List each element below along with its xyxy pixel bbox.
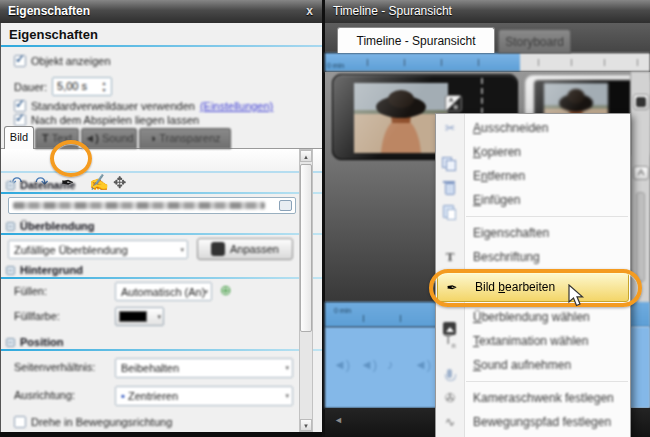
annotation-circle-pen <box>50 140 92 177</box>
annotation-box-bild-bearbeiten <box>429 269 642 307</box>
scroll-up-icon[interactable]: ▲ <box>300 150 312 162</box>
section-position[interactable]: − Position <box>1 336 322 350</box>
page-title: Eigenschaften <box>9 27 98 42</box>
menu-item-sound-aufnehmen[interactable]: Sound aufnehmen <box>436 353 630 377</box>
einstellungen-link[interactable]: (Einstellungen) <box>200 100 273 112</box>
collapse-icon[interactable]: − <box>6 338 15 347</box>
objekt-anzeigen-row: ✓ Objekt anzeigen <box>14 55 111 67</box>
menu-item-label: Entfernen <box>464 169 525 183</box>
tab-sound[interactable]: ◄)Sound <box>81 128 137 149</box>
eigenschaften-panel: Eigenschaften x Eigenschaften ✓ Objekt a… <box>0 0 322 437</box>
seitenverhaeltnis-select[interactable]: Beibehalten ▾ <box>115 358 293 378</box>
collapse-icon[interactable]: − <box>6 266 15 275</box>
mouse-cursor <box>568 284 585 309</box>
collapse-icon[interactable]: − <box>6 222 15 231</box>
tab-transparenz[interactable]: ◑Transparenz <box>139 128 231 149</box>
dauer-input[interactable]: 5,00 s ▴ ▾ <box>52 77 112 96</box>
music-note-icon: ♪ <box>387 357 394 372</box>
ueberblendung-value: Zufällige Überblendung <box>14 244 128 256</box>
menu-item-ausschneiden[interactable]: ✂Ausschneiden <box>436 116 630 140</box>
anpassen-button[interactable]: Anpassen <box>197 238 293 260</box>
app-window: Eigenschaften x Eigenschaften ✓ Objekt a… <box>0 0 650 437</box>
fuellen-select[interactable]: Automatisch (An) ▾ <box>115 282 212 301</box>
menu-item-label: Überblendung wählen <box>464 310 590 324</box>
menu-separator <box>466 381 628 382</box>
eigenschaften-titlebar[interactable]: Eigenschaften x <box>0 0 322 23</box>
menu-item-label: Beschriftung <box>464 250 540 264</box>
menu-item-eigenschaften[interactable]: Eigenschaften <box>436 221 630 245</box>
section-dateiname[interactable]: − Dateiname <box>1 179 322 193</box>
ruler-tick <box>637 59 638 66</box>
menu-item-entfernen[interactable]: Entfernen <box>436 164 630 188</box>
drehe-checkbox[interactable] <box>14 416 26 428</box>
menu-item-beschriftung[interactable]: TBeschriftung <box>436 245 630 269</box>
camera-pan-icon: ✇ <box>436 391 464 405</box>
tab-timeline-spuransicht[interactable]: Timeline - Spuransicht <box>337 27 495 53</box>
ausrichtung-value: Zentrieren <box>128 390 178 402</box>
nach-abspielen-checkbox[interactable]: ✓ <box>14 114 26 126</box>
chevron-down-icon: ▾ <box>285 392 289 400</box>
collapse-icon[interactable]: − <box>6 181 15 190</box>
dauer-label: Dauer: <box>14 81 47 93</box>
scrollbar-thumb[interactable] <box>300 164 312 332</box>
textanim-icon: T <box>436 333 464 348</box>
check-icon: ✓ <box>15 111 25 125</box>
chevron-down-icon: ▾ <box>204 288 208 296</box>
fuellen-row: Füllen: <box>14 285 47 297</box>
ruler-tick <box>404 59 405 66</box>
text-icon: T <box>436 249 464 265</box>
menu-item-label: Textanimation wählen <box>464 334 588 348</box>
menu-item-label: Bewegungspfad festlegen <box>464 415 611 429</box>
spin-down-icon[interactable]: ▾ <box>99 88 109 93</box>
transparency-icon: ◑ <box>150 132 157 144</box>
menu-item-kameraschwenk-festlegen[interactable]: ✇Kameraschwenk festlegen <box>436 386 630 410</box>
timeline-tabrow: Timeline - Spuransicht Storyboard <box>325 23 650 53</box>
menu-item-einfuegen[interactable]: Einfügen <box>436 188 630 212</box>
ruler-tick <box>400 315 401 322</box>
ueberblendung-select[interactable]: Zufällige Überblendung ▾ <box>8 240 188 259</box>
menu-item-label: Sound aufnehmen <box>464 358 571 372</box>
menu-item-kopieren[interactable]: Kopieren <box>436 140 630 164</box>
ab-transition-icon[interactable]: A B <box>445 95 462 112</box>
fuellfarbe-label: Füllfarbe: <box>14 310 60 322</box>
scroll-left-icon[interactable]: ◄ <box>334 415 343 425</box>
dateiname-input[interactable] <box>8 197 296 214</box>
speaker-icon: ◄) <box>414 357 431 372</box>
strip-scrollbar-thumb[interactable] <box>636 192 645 282</box>
fuellen-value: Automatisch (An) <box>121 286 205 298</box>
standardverweildauer-row: ✓ Standardverweildauer verwenden (Einste… <box>14 100 273 112</box>
menu-item-bewegungspfad-festlegen[interactable]: ∿Bewegungspfad festlegen <box>436 410 630 434</box>
transition-button[interactable] <box>633 94 649 110</box>
section-ueberblendung[interactable]: − Überblendung <box>1 220 322 234</box>
timeline-ruler[interactable]: 0 min <box>325 53 650 72</box>
menu-item-label: Ausschneiden <box>464 121 548 135</box>
section-position-label: Position <box>20 336 63 348</box>
drehe-label: Drehe in Bewegungsrichtung <box>31 416 172 428</box>
section-hintergrund[interactable]: − Hintergrund <box>1 264 322 278</box>
dateiname-value-blurred <box>13 202 265 209</box>
letter-a-button[interactable]: A <box>633 166 649 180</box>
menu-item-textanimation-waehlen[interactable]: TTextanimation wählen <box>436 329 630 353</box>
objekt-anzeigen-label: Objekt anzeigen <box>31 55 111 67</box>
fuellfarbe-swatch[interactable]: ▾ <box>115 307 164 326</box>
globe-icon[interactable]: ⊕ <box>220 282 232 298</box>
clip-thumbnail <box>354 83 448 153</box>
transition-icon <box>211 242 225 256</box>
browse-file-icon[interactable] <box>279 200 292 211</box>
ausrichtung-label: Ausrichtung: <box>14 389 75 401</box>
ruler-label: 0 min <box>327 62 344 69</box>
spin-up-icon[interactable]: ▴ <box>99 81 109 86</box>
color-swatch-black <box>119 311 147 322</box>
eigenschaften-panel-title: Eigenschaften <box>8 4 90 18</box>
close-icon[interactable]: x <box>306 0 313 23</box>
scroll-down-icon[interactable]: ▼ <box>300 419 312 431</box>
properties-scrollbar[interactable]: ▲ ▼ <box>299 149 313 432</box>
ausrichtung-select[interactable]: • Zentrieren ▾ <box>115 386 293 406</box>
menu-item-ueberblendung-waehlen[interactable]: Überblendung wählen <box>436 305 630 329</box>
objekt-anzeigen-checkbox[interactable]: ✓ <box>14 55 26 67</box>
standardverweildauer-label: Standardverweildauer verwenden <box>31 100 195 112</box>
tab-bild[interactable]: Bild <box>4 126 34 149</box>
timeline-titlebar[interactable]: Timeline - Spuransicht <box>325 0 650 23</box>
tab-storyboard[interactable]: Storyboard <box>498 29 571 53</box>
section-ueberblendung-label: Überblendung <box>20 220 95 232</box>
